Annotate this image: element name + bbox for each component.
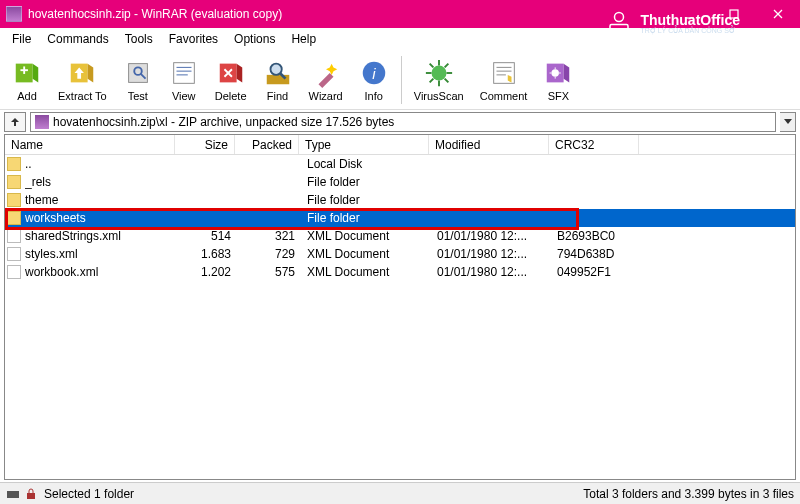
cell-mod: 01/01/1980 12:... xyxy=(431,265,551,279)
toolbar-label: SFX xyxy=(548,90,569,102)
find-icon xyxy=(263,58,293,88)
file-icon xyxy=(7,265,21,279)
menu-bar: FileCommandsToolsFavoritesOptionsHelp xyxy=(0,28,800,50)
column-header-type[interactable]: Type xyxy=(299,135,429,154)
menu-favorites[interactable]: Favorites xyxy=(161,30,226,48)
cell-type: File folder xyxy=(301,193,431,207)
test-icon xyxy=(123,58,153,88)
up-arrow-icon xyxy=(9,116,21,128)
up-button[interactable] xyxy=(4,112,26,132)
table-row[interactable]: ..Local Disk xyxy=(5,155,795,173)
path-text: hovatenhocsinh.zip\xl - ZIP archive, unp… xyxy=(53,115,394,129)
menu-commands[interactable]: Commands xyxy=(39,30,116,48)
cell-mod: 01/01/1980 12:... xyxy=(431,247,551,261)
column-header-name[interactable]: Name xyxy=(5,135,175,154)
view-button[interactable]: View xyxy=(161,52,207,108)
chevron-down-icon xyxy=(784,119,792,125)
path-input[interactable]: hovatenhocsinh.zip\xl - ZIP archive, unp… xyxy=(30,112,776,132)
svg-line-24 xyxy=(444,78,448,82)
cell-name: _rels xyxy=(25,175,177,189)
table-row[interactable]: worksheetsFile folder xyxy=(5,209,795,227)
toolbar-label: View xyxy=(172,90,196,102)
close-button[interactable] xyxy=(756,0,800,28)
window-title: hovatenhocsinh.zip - WinRAR (evaluation … xyxy=(28,7,668,21)
virus-icon xyxy=(424,58,454,88)
title-bar: hovatenhocsinh.zip - WinRAR (evaluation … xyxy=(0,0,800,28)
cell-type: XML Document xyxy=(301,229,431,243)
toolbar-label: Comment xyxy=(480,90,528,102)
svg-point-18 xyxy=(431,65,446,80)
cell-packed: 729 xyxy=(237,247,301,261)
toolbar-separator xyxy=(401,56,402,104)
cell-crc: 049952F1 xyxy=(551,265,641,279)
delete-button[interactable]: Delete xyxy=(207,52,255,108)
svg-point-28 xyxy=(552,69,560,77)
add-button[interactable]: Add xyxy=(4,52,50,108)
table-row[interactable]: sharedStrings.xml514321XML Document01/01… xyxy=(5,227,795,245)
table-row[interactable]: styles.xml1.683729XML Document01/01/1980… xyxy=(5,245,795,263)
view-icon xyxy=(169,58,199,88)
sfx-icon xyxy=(543,58,573,88)
cell-crc: B2693BC0 xyxy=(551,229,641,243)
svg-rect-5 xyxy=(23,66,25,74)
svg-line-26 xyxy=(444,63,448,67)
minimize-button[interactable] xyxy=(668,0,712,28)
menu-options[interactable]: Options xyxy=(226,30,283,48)
cell-mod: 01/01/1980 12:... xyxy=(431,229,551,243)
column-header-packed[interactable]: Packed xyxy=(235,135,299,154)
book-add-icon xyxy=(12,58,42,88)
toolbar-label: Delete xyxy=(215,90,247,102)
path-dropdown[interactable] xyxy=(780,112,796,132)
folder-icon xyxy=(7,175,21,189)
cell-size: 1.202 xyxy=(177,265,237,279)
svg-rect-1 xyxy=(730,10,738,18)
cell-type: XML Document xyxy=(301,247,431,261)
extract-button[interactable]: Extract To xyxy=(50,52,115,108)
sfx-button[interactable]: SFX xyxy=(535,52,581,108)
file-icon xyxy=(7,229,21,243)
cell-name: theme xyxy=(25,193,177,207)
toolbar: AddExtract ToTestViewDeleteFindWizardiIn… xyxy=(0,50,800,110)
info-button[interactable]: iInfo xyxy=(351,52,397,108)
status-total: Total 3 folders and 3.399 bytes in 3 fil… xyxy=(583,487,794,501)
file-list: Name Size Packed Type Modified CRC32 ..L… xyxy=(4,134,796,480)
menu-file[interactable]: File xyxy=(4,30,39,48)
folder-icon xyxy=(7,193,21,207)
cell-type: Local Disk xyxy=(301,157,431,171)
wizard-button[interactable]: Wizard xyxy=(301,52,351,108)
find-button[interactable]: Find xyxy=(255,52,301,108)
status-selection: Selected 1 folder xyxy=(44,487,134,501)
folder-icon xyxy=(7,211,21,225)
file-icon xyxy=(7,247,21,261)
cell-name: worksheets xyxy=(25,211,177,225)
table-row[interactable]: _relsFile folder xyxy=(5,173,795,191)
info-icon: i xyxy=(359,58,389,88)
virusscan-button[interactable]: VirusScan xyxy=(406,52,472,108)
path-bar: hovatenhocsinh.zip\xl - ZIP archive, unp… xyxy=(0,110,800,134)
cell-packed: 575 xyxy=(237,265,301,279)
svg-rect-29 xyxy=(7,491,19,498)
toolbar-label: Find xyxy=(267,90,288,102)
lock-icon xyxy=(24,488,38,500)
column-header-size[interactable]: Size xyxy=(175,135,235,154)
archive-icon xyxy=(35,115,49,129)
table-row[interactable]: workbook.xml1.202575XML Document01/01/19… xyxy=(5,263,795,281)
table-row[interactable]: themeFile folder xyxy=(5,191,795,209)
menu-tools[interactable]: Tools xyxy=(117,30,161,48)
comment-button[interactable]: Comment xyxy=(472,52,536,108)
cell-packed: 321 xyxy=(237,229,301,243)
column-header-modified[interactable]: Modified xyxy=(429,135,549,154)
cell-type: XML Document xyxy=(301,265,431,279)
maximize-button[interactable] xyxy=(712,0,756,28)
toolbar-label: Wizard xyxy=(309,90,343,102)
cell-name: sharedStrings.xml xyxy=(25,229,177,243)
comment-icon xyxy=(489,58,519,88)
svg-line-25 xyxy=(429,78,433,82)
menu-help[interactable]: Help xyxy=(283,30,324,48)
column-header-crc[interactable]: CRC32 xyxy=(549,135,639,154)
cell-name: .. xyxy=(25,157,177,171)
test-button[interactable]: Test xyxy=(115,52,161,108)
cell-size: 514 xyxy=(177,229,237,243)
cell-type: File folder xyxy=(301,211,431,225)
svg-rect-9 xyxy=(173,62,194,83)
